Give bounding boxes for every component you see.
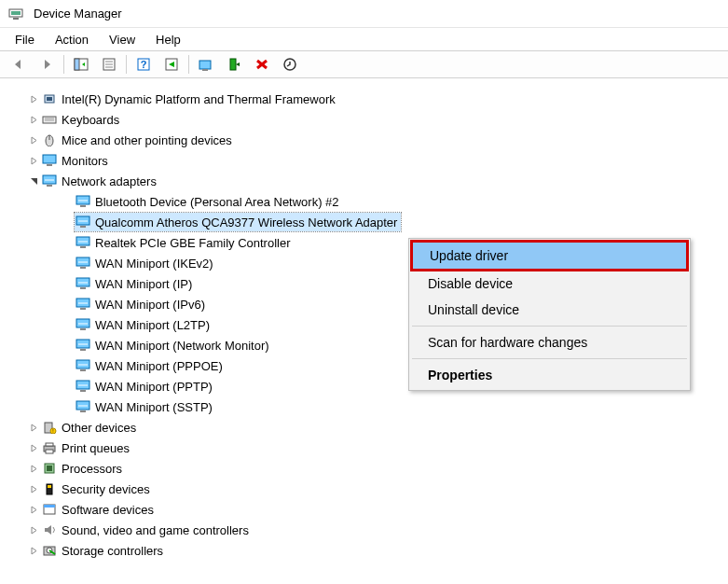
expand-icon[interactable] [26, 526, 41, 535]
tree-category-label: Print queues [62, 441, 130, 455]
tree-category-label: Intel(R) Dynamic Platform and Thermal Fr… [62, 92, 336, 106]
toolbar-separator [126, 55, 127, 74]
tree-category[interactable]: Security devices [0, 479, 728, 499]
context-menu-item[interactable]: Update driver [413, 243, 686, 269]
tree-device-label: WAN Miniport (SSTP) [95, 400, 213, 414]
net-adapter-icon [75, 379, 91, 394]
tree-category[interactable]: !Other devices [0, 417, 728, 438]
svg-rect-58 [80, 390, 86, 392]
menu-help[interactable]: Help [146, 31, 190, 49]
tree-category[interactable]: Intel(R) Dynamic Platform and Thermal Fr… [0, 89, 728, 109]
device-manager-icon [7, 7, 24, 21]
tree-device-label: Realtek PCIe GBE Family Controller [95, 236, 291, 250]
nav-forward-button[interactable] [34, 53, 60, 76]
svg-rect-72 [48, 485, 51, 488]
tree-category[interactable]: Software devices [0, 499, 728, 520]
svg-rect-37 [80, 246, 86, 248]
svg-text:!: ! [52, 428, 53, 434]
tree-category-label: Monitors [62, 154, 108, 168]
context-menu-item[interactable]: Disable device [411, 271, 688, 297]
tree-category[interactable]: Sound, video and game controllers [0, 520, 728, 540]
menubar: File Action View Help [0, 28, 728, 50]
tree-device[interactable]: Qualcomm Atheros QCA9377 Wireless Networ… [0, 212, 728, 232]
enable-device-button[interactable] [221, 53, 247, 76]
net-icon [41, 174, 58, 188]
expand-icon[interactable] [26, 95, 41, 104]
svg-rect-49 [80, 328, 86, 330]
help-button[interactable]: ? [130, 53, 157, 76]
svg-rect-14 [230, 59, 236, 70]
context-menu-item[interactable]: Properties [411, 362, 688, 388]
security-icon [41, 481, 58, 496]
toolbar-separator [188, 55, 189, 74]
tree-category-label: Processors [62, 462, 122, 476]
tree-category[interactable]: Storage controllers [0, 540, 728, 561]
expand-icon[interactable] [26, 157, 41, 165]
tree-category[interactable]: Print queues [0, 438, 728, 458]
tree-device[interactable]: Bluetooth Device (Personal Area Network)… [0, 191, 728, 212]
other-icon: ! [41, 420, 58, 435]
properties-button[interactable] [96, 53, 122, 76]
svg-rect-26 [47, 164, 52, 166]
tree-category[interactable]: Mice and other pointing devices [0, 130, 728, 150]
expand-icon[interactable] [26, 547, 41, 555]
tree-device[interactable]: WAN Miniport (SSTP) [0, 396, 728, 417]
net-adapter-icon [75, 276, 91, 291]
svg-rect-70 [47, 466, 52, 471]
context-menu-item[interactable]: Scan for hardware changes [411, 329, 688, 355]
show-hide-tree-button[interactable] [68, 53, 94, 76]
svg-rect-43 [80, 287, 86, 289]
expand-icon[interactable] [26, 506, 41, 514]
svg-rect-46 [80, 308, 86, 310]
tree-device-label: WAN Miniport (Network Monitor) [95, 339, 269, 353]
tree-category-label: Keyboards [62, 113, 119, 127]
net-adapter-icon [75, 194, 91, 209]
expand-icon[interactable] [26, 116, 41, 124]
tree-category-label: Other devices [62, 421, 136, 435]
tree-category[interactable]: Network adapters [0, 171, 728, 191]
tree-category-label: Mice and other pointing devices [62, 133, 232, 147]
toolbar: ? [0, 50, 728, 78]
keyboard-icon [41, 112, 58, 127]
tree-category-label: Storage controllers [62, 544, 163, 558]
tree-device-label: WAN Miniport (IPv6) [95, 298, 205, 312]
svg-rect-61 [80, 410, 86, 412]
net-adapter-icon [75, 256, 91, 271]
svg-rect-34 [80, 226, 86, 228]
nav-back-button[interactable] [6, 53, 32, 76]
context-menu-item[interactable]: Uninstall device [411, 297, 688, 323]
net-adapter-icon [75, 338, 91, 353]
tree-category[interactable]: Monitors [0, 150, 728, 171]
software-icon [41, 502, 58, 517]
toolbar-separator [63, 55, 64, 74]
tree-device-label: Bluetooth Device (Personal Area Network)… [95, 195, 339, 209]
expand-icon[interactable] [26, 136, 41, 145]
uninstall-device-button[interactable] [249, 53, 275, 76]
svg-text:?: ? [141, 59, 147, 70]
titlebar: Device Manager [0, 0, 728, 28]
svg-rect-68 [46, 450, 53, 453]
collapse-icon[interactable] [26, 177, 41, 186]
window-title: Device Manager [34, 7, 122, 21]
net-adapter-icon [75, 235, 91, 250]
printer-icon [41, 440, 58, 455]
svg-rect-1 [11, 11, 21, 15]
menu-action[interactable]: Action [46, 31, 98, 49]
net-adapter-icon [75, 297, 91, 312]
menu-view[interactable]: View [100, 31, 144, 49]
scan-hardware-button[interactable] [158, 53, 185, 76]
expand-icon[interactable] [26, 444, 41, 452]
tree-category[interactable]: Keyboards [0, 109, 728, 130]
svg-rect-13 [202, 69, 208, 71]
expand-icon[interactable] [26, 465, 41, 473]
expand-icon[interactable] [26, 424, 41, 432]
expand-icon[interactable] [26, 485, 41, 494]
svg-rect-19 [47, 97, 52, 101]
tree-category[interactable]: Processors [0, 458, 728, 479]
tree-device-label: Qualcomm Atheros QCA9377 Wireless Networ… [95, 216, 397, 229]
disable-device-button[interactable] [277, 53, 303, 76]
menu-file[interactable]: File [6, 31, 44, 49]
update-driver-button[interactable] [193, 53, 219, 76]
svg-rect-40 [80, 267, 86, 269]
storage-icon [41, 543, 58, 558]
